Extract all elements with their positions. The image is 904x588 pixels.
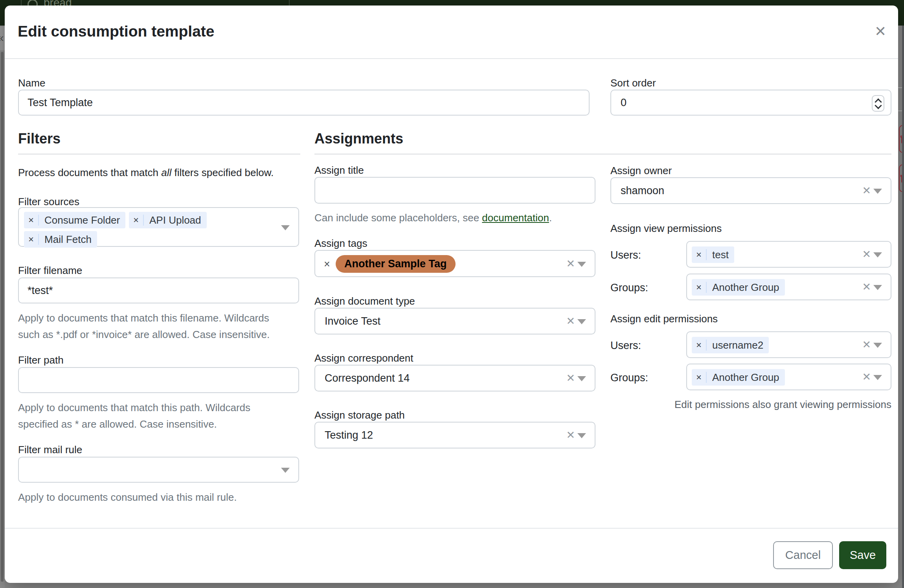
- collapse-chevrons-icon: «: [0, 31, 4, 44]
- name-input[interactable]: [18, 90, 590, 116]
- filter-sources-label: Filter sources: [18, 196, 79, 208]
- table-row-divider: [898, 110, 902, 111]
- clear-icon[interactable]: ✕: [862, 281, 871, 293]
- header-divider: [5, 58, 898, 59]
- assign-tags-label: Assign tags: [314, 237, 367, 250]
- view-users-label: Users:: [610, 249, 641, 261]
- assign-title-label: Assign title: [314, 164, 364, 176]
- background-left-edge: «: [0, 26, 5, 588]
- chevron-down-icon[interactable]: [577, 262, 586, 267]
- number-spinner-icon[interactable]: [872, 95, 884, 112]
- user-tag: × username2: [692, 337, 769, 353]
- filter-path-input[interactable]: [18, 367, 299, 393]
- clear-icon[interactable]: ✕: [862, 184, 871, 197]
- assignments-rule: [314, 154, 891, 154]
- edit-permissions-note: Edit permissions also grant viewing perm…: [610, 399, 891, 411]
- assign-title-help: Can include some placeholders, see docum…: [314, 209, 595, 226]
- chevron-down-icon[interactable]: [281, 225, 290, 230]
- edit-consumption-template-dialog: Edit consumption template ✕ Name Sort or…: [5, 6, 898, 583]
- assign-correspondent-select[interactable]: Correspondent 14 ✕: [314, 365, 595, 391]
- remove-tag-icon[interactable]: ×: [692, 340, 707, 351]
- view-users-select[interactable]: × test ✕: [686, 241, 891, 268]
- filter-sources-multiselect[interactable]: × Consume Folder × API Upload × Mail Fet…: [18, 207, 299, 247]
- clear-icon[interactable]: ✕: [862, 371, 871, 383]
- intro-emphasis: all: [161, 167, 171, 178]
- remove-tag-icon[interactable]: ×: [692, 372, 707, 383]
- sidebar-collapse-button[interactable]: «: [0, 26, 5, 50]
- assign-tags-select[interactable]: × Another Sample Tag ✕: [314, 250, 595, 277]
- filter-mail-rule-label: Filter mail rule: [18, 444, 82, 456]
- page-scrollbar[interactable]: [902, 26, 904, 588]
- chevron-down-icon[interactable]: [873, 285, 882, 290]
- sort-order-value: 0: [621, 97, 627, 109]
- edit-groups-select[interactable]: × Another Group ✕: [686, 364, 891, 390]
- remove-tag-icon[interactable]: ×: [324, 258, 330, 270]
- assign-storage-path-label: Assign storage path: [314, 409, 405, 421]
- assign-document-type-select[interactable]: Invoice Test ✕: [314, 308, 595, 334]
- filter-mail-rule-select[interactable]: [18, 457, 299, 483]
- left-scrollbar-thumb[interactable]: [1, 52, 4, 582]
- clear-icon[interactable]: ✕: [566, 315, 575, 327]
- remove-tag-icon[interactable]: ×: [692, 249, 707, 260]
- group-tag: × Another Group: [692, 279, 785, 296]
- chevron-down-icon[interactable]: [873, 375, 882, 380]
- chevron-down-icon[interactable]: [577, 376, 586, 381]
- background-right-edge: [898, 26, 904, 588]
- filter-path-help: Apply to documents that match this path.…: [18, 399, 277, 432]
- filter-filename-help: Apply to documents that match this filen…: [18, 310, 285, 343]
- save-button[interactable]: Save: [839, 541, 886, 569]
- source-tag: × API Upload: [129, 212, 207, 228]
- chevron-down-icon[interactable]: [873, 343, 882, 348]
- assignments-heading: Assignments: [314, 130, 403, 147]
- cancel-button[interactable]: Cancel: [773, 541, 833, 569]
- clear-icon[interactable]: ✕: [566, 257, 575, 270]
- filters-heading: Filters: [18, 130, 61, 147]
- group-tag: × Another Group: [692, 369, 785, 386]
- assign-owner-select[interactable]: shamoon ✕: [610, 177, 891, 204]
- assign-title-input[interactable]: [314, 177, 595, 204]
- clear-icon[interactable]: ✕: [566, 372, 575, 384]
- edit-users-select[interactable]: × username2 ✕: [686, 331, 891, 358]
- filters-rule: [18, 154, 300, 154]
- filter-filename-input[interactable]: [18, 277, 299, 303]
- footer-divider: [5, 528, 898, 529]
- source-tag: × Consume Folder: [24, 212, 125, 228]
- clear-icon[interactable]: ✕: [862, 338, 871, 351]
- chevron-down-icon[interactable]: [577, 433, 586, 438]
- filter-mail-rule-help: Apply to documents consumed via this mai…: [18, 489, 293, 505]
- chevron-down-icon[interactable]: [873, 252, 882, 257]
- tag-badge: Another Sample Tag: [336, 255, 456, 273]
- remove-tag-icon[interactable]: ×: [129, 215, 144, 226]
- edit-users-label: Users:: [610, 340, 641, 352]
- filter-path-label: Filter path: [18, 354, 64, 366]
- chevron-down-icon[interactable]: [873, 189, 882, 194]
- close-icon[interactable]: ✕: [871, 22, 890, 41]
- remove-tag-icon[interactable]: ×: [24, 234, 39, 245]
- filter-filename-label: Filter filename: [18, 265, 82, 277]
- edit-groups-label: Groups:: [610, 372, 648, 384]
- assign-correspondent-label: Assign correspondent: [314, 352, 413, 364]
- view-groups-label: Groups:: [610, 282, 648, 294]
- table-row-divider: [898, 87, 902, 88]
- clear-icon[interactable]: ✕: [566, 429, 575, 441]
- sort-order-label: Sort order: [610, 77, 656, 89]
- assign-view-permissions-label: Assign view permissions: [610, 222, 722, 235]
- sort-order-stepper[interactable]: 0: [610, 90, 891, 116]
- chevron-down-icon[interactable]: [577, 319, 586, 324]
- assign-owner-label: Assign owner: [610, 165, 672, 177]
- documentation-link[interactable]: documentation: [482, 212, 549, 224]
- remove-tag-icon[interactable]: ×: [24, 215, 39, 226]
- dialog-title: Edit consumption template: [18, 23, 215, 40]
- user-tag: × test: [692, 246, 734, 263]
- chevron-down-icon[interactable]: [281, 468, 290, 473]
- remove-tag-icon[interactable]: ×: [692, 282, 707, 293]
- assign-storage-path-select[interactable]: Testing 12 ✕: [314, 422, 595, 448]
- source-tag: × Mail Fetch: [24, 231, 97, 248]
- clear-icon[interactable]: ✕: [862, 248, 871, 261]
- view-groups-select[interactable]: × Another Group ✕: [686, 274, 891, 300]
- assign-document-type-label: Assign document type: [314, 295, 415, 307]
- filters-intro: Process documents that match all filters…: [18, 167, 274, 179]
- name-label: Name: [18, 77, 45, 89]
- assign-edit-permissions-label: Assign edit permissions: [610, 313, 718, 325]
